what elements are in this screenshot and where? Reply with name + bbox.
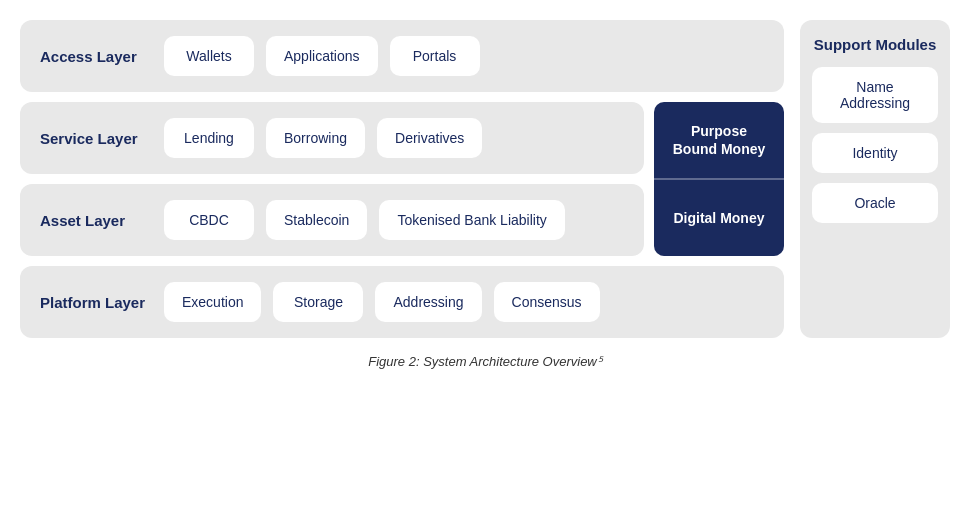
storage-box: Storage xyxy=(273,282,363,322)
digital-money-label: Digital Money xyxy=(654,180,784,256)
asset-layer-label: Asset Layer xyxy=(40,212,150,229)
asset-boxes: CBDC Stablecoin Tokenised Bank Liability xyxy=(164,200,565,240)
service-asset-shared: Service Layer Lending Borrowing Derivati… xyxy=(20,102,784,256)
lending-box: Lending xyxy=(164,118,254,158)
asset-layer-row: Asset Layer CBDC Stablecoin Tokenised Ba… xyxy=(20,184,644,256)
access-layer-label: Access Layer xyxy=(40,48,150,65)
platform-layer-label: Platform Layer xyxy=(40,294,150,311)
addressing-box: Addressing xyxy=(375,282,481,322)
oracle-box: Oracle xyxy=(812,183,938,223)
service-boxes: Lending Borrowing Derivatives xyxy=(164,118,482,158)
support-modules: Support Modules Name Addressing Identity… xyxy=(800,20,950,338)
name-addressing-box: Name Addressing xyxy=(812,67,938,123)
consensus-box: Consensus xyxy=(494,282,600,322)
derivatives-box: Derivatives xyxy=(377,118,482,158)
combined-dark-block: Purpose Bound Money Digital Money xyxy=(654,102,784,256)
execution-box: Execution xyxy=(164,282,261,322)
left-rows: Service Layer Lending Borrowing Derivati… xyxy=(20,102,644,256)
borrowing-box: Borrowing xyxy=(266,118,365,158)
wallets-box: Wallets xyxy=(164,36,254,76)
main-container: Access Layer Wallets Applications Portal… xyxy=(20,20,950,338)
applications-box: Applications xyxy=(266,36,378,76)
portals-box: Portals xyxy=(390,36,480,76)
access-layer-row: Access Layer Wallets Applications Portal… xyxy=(20,20,784,92)
figure-caption: Figure 2: System Architecture Overview⁵ xyxy=(368,354,602,369)
service-layer-label: Service Layer xyxy=(40,130,150,147)
tokenised-bank-liability-box: Tokenised Bank Liability xyxy=(379,200,564,240)
platform-layer-row: Platform Layer Execution Storage Address… xyxy=(20,266,784,338)
stablecoin-box: Stablecoin xyxy=(266,200,367,240)
architecture-grid: Access Layer Wallets Applications Portal… xyxy=(20,20,784,338)
purpose-bound-money-label: Purpose Bound Money xyxy=(654,102,784,179)
cbdc-box: CBDC xyxy=(164,200,254,240)
access-boxes: Wallets Applications Portals xyxy=(164,36,480,76)
right-shared: Purpose Bound Money Digital Money xyxy=(654,102,784,256)
service-layer-row: Service Layer Lending Borrowing Derivati… xyxy=(20,102,644,174)
identity-box: Identity xyxy=(812,133,938,173)
platform-boxes: Execution Storage Addressing Consensus xyxy=(164,282,600,322)
support-modules-title: Support Modules xyxy=(812,36,938,53)
